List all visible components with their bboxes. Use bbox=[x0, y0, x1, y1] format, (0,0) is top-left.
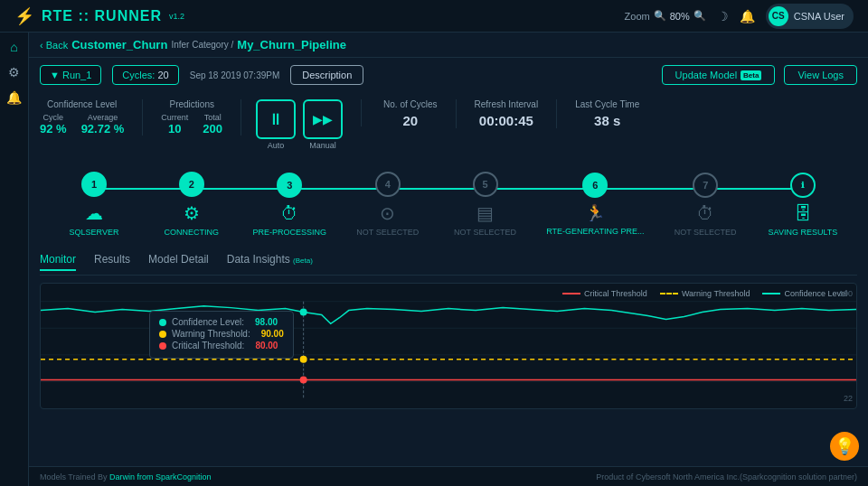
data-insights-beta: (Beta) bbox=[293, 257, 313, 265]
rte-icon: 🏃 bbox=[585, 203, 605, 223]
tooltip-critical-dot bbox=[159, 342, 166, 350]
average-stat: Average 92.72 % bbox=[81, 113, 125, 136]
step-label-4: NOT SELECTED bbox=[356, 228, 419, 237]
step5-icon: ▤ bbox=[476, 202, 494, 224]
top-bar: ⚡ RTE :: RUNNER v1.2 Zoom 🔍 80% 🔍 ☽ 🔔 CS… bbox=[0, 0, 868, 33]
tooltip-confidence-value: 98.00 bbox=[255, 317, 278, 327]
step-circle-4: 4 bbox=[375, 172, 401, 197]
last-cycle-label: Last Cycle Time bbox=[575, 99, 639, 109]
back-button[interactable]: ‹ Back bbox=[40, 40, 68, 51]
step-label-7: NOT SELECTED bbox=[675, 228, 737, 237]
tab-monitor[interactable]: Monitor bbox=[40, 253, 76, 271]
predictions-stats: Current 10 Total 200 bbox=[161, 113, 222, 136]
mode-buttons: ⏸ Auto ▶▶ Manual bbox=[256, 99, 343, 150]
update-model-label: Update Model bbox=[675, 70, 738, 80]
tooltip-confidence-label: Confidence Level: bbox=[172, 317, 244, 327]
sidebar-settings-icon[interactable]: ⚙ bbox=[8, 65, 20, 79]
main-content: ‹ Back Customer_Churn Infer Category / M… bbox=[29, 33, 868, 486]
footer-trained-link[interactable]: Darwin from SparkCognition bbox=[109, 472, 212, 481]
auto-label: Auto bbox=[268, 141, 285, 150]
tooltip-confidence: Confidence Level: 98.00 bbox=[159, 317, 284, 327]
footer-trained-prefix: Models Trained By bbox=[40, 472, 108, 481]
top-bar-left: ⚡ RTE :: RUNNER v1.2 bbox=[14, 6, 184, 26]
run-date: Sep 18 2019 07:39PM bbox=[190, 70, 280, 80]
description-button[interactable]: Description bbox=[290, 65, 363, 85]
total-value: 200 bbox=[203, 122, 222, 136]
step-circle-8: ℹ bbox=[790, 173, 816, 198]
step-circle-6: 6 bbox=[582, 173, 608, 198]
pause-button[interactable]: ⏸ bbox=[256, 99, 296, 139]
floating-bulb-button[interactable]: 💡 bbox=[830, 432, 859, 461]
tooltip-critical-value: 80.00 bbox=[255, 341, 278, 350]
update-model-button[interactable]: Update Model Beta bbox=[662, 65, 776, 85]
no-cycles-label: No. of Cycles bbox=[383, 99, 437, 109]
footer-right: Product of Cybersoft North America Inc.(… bbox=[596, 472, 857, 481]
pipeline-step-1: 1 ☁ SQLSERVER bbox=[58, 172, 130, 237]
tooltip-warning-dot bbox=[159, 331, 166, 338]
manual-label: Manual bbox=[309, 141, 336, 150]
theme-icon[interactable]: ☽ bbox=[717, 9, 729, 23]
total-stat: Total 200 bbox=[203, 113, 222, 136]
step-circle-3: 3 bbox=[277, 173, 302, 198]
tooltip-warning-label: Warning Threshold: bbox=[172, 329, 250, 339]
sidebar-alert-icon[interactable]: 🔔 bbox=[6, 90, 22, 105]
view-logs-button[interactable]: View Logs bbox=[784, 65, 857, 85]
step-label-5: NOT SELECTED bbox=[454, 228, 516, 237]
footer-left: Models Trained By Darwin from SparkCogni… bbox=[40, 472, 212, 481]
tab-data-insights[interactable]: Data Insights (Beta) bbox=[227, 253, 313, 271]
tooltip-warning: Warning Threshold: 90.00 bbox=[159, 329, 284, 339]
cycle-stat: Cycle 92 % bbox=[40, 113, 67, 136]
no-cycles-value: 20 bbox=[383, 113, 437, 128]
sqlserver-icon: ☁ bbox=[85, 202, 103, 224]
confidence-level-group: Confidence Level Cycle 92 % Average 92.7… bbox=[40, 99, 143, 136]
beta-tag: Beta bbox=[741, 70, 761, 80]
notification-icon[interactable]: 🔔 bbox=[740, 9, 755, 23]
chart-area: Critical Threshold Warning Threshold Con… bbox=[40, 283, 857, 409]
zoom-value: 80% bbox=[670, 11, 690, 22]
breadcrumb-infer: Infer Category / bbox=[171, 40, 233, 50]
run-bar-right: Update Model Beta View Logs bbox=[662, 65, 857, 85]
tab-results[interactable]: Results bbox=[94, 253, 130, 271]
sidebar-home-icon[interactable]: ⌂ bbox=[10, 40, 17, 54]
svg-point-7 bbox=[300, 309, 307, 316]
zoom-label: Zoom bbox=[625, 11, 650, 22]
zoom-minus-icon[interactable]: 🔍 bbox=[654, 10, 666, 22]
pipeline: 1 ☁ SQLSERVER 2 ⚙ CONNECTING 3 ⏱ PRE-PRO… bbox=[40, 164, 857, 244]
manual-button[interactable]: ▶▶ bbox=[303, 99, 343, 139]
avatar: CS bbox=[769, 6, 788, 26]
zoom-plus-icon[interactable]: 🔍 bbox=[693, 10, 706, 22]
breadcrumb-project: Customer_Churn bbox=[71, 38, 167, 51]
refresh-group: Refresh Interval 00:00:45 bbox=[457, 99, 558, 128]
cycles-label: Cycles: bbox=[122, 70, 155, 80]
sidebar: ⌂ ⚙ 🔔 bbox=[0, 33, 29, 486]
run-label: ▼ Run_1 bbox=[50, 70, 91, 80]
confidence-level-title: Confidence Level bbox=[40, 99, 124, 109]
user-badge[interactable]: CS CSNA User bbox=[766, 4, 854, 29]
saving-icon: 🗄 bbox=[794, 203, 812, 224]
current-value: 10 bbox=[161, 122, 188, 136]
pipeline-step-3: 3 ⏱ PRE-PROCESSING bbox=[253, 173, 327, 237]
predictions-group: Predictions Current 10 Total 200 bbox=[143, 99, 241, 136]
pipeline-step-5: 5 ▤ NOT SELECTED bbox=[449, 172, 522, 237]
last-cycle-value: 38 s bbox=[575, 113, 639, 128]
step-label-6: RTE-GENERATING PRE... bbox=[546, 227, 644, 236]
last-cycle-group: Last Cycle Time 38 s bbox=[557, 99, 657, 128]
app-title: RTE :: RUNNER bbox=[42, 8, 162, 24]
refresh-label: Refresh Interval bbox=[475, 99, 539, 109]
tooltip-warning-value: 90.00 bbox=[261, 329, 284, 339]
average-value: 92.72 % bbox=[81, 122, 125, 136]
logo-icon: ⚡ bbox=[14, 6, 34, 26]
preprocessing-icon: ⏱ bbox=[280, 203, 298, 224]
run-selector[interactable]: ▼ Run_1 bbox=[40, 65, 101, 85]
step-circle-1: 1 bbox=[81, 172, 107, 197]
app-version: v1.2 bbox=[169, 12, 184, 21]
breadcrumb-pipeline: My_Churn_Pipeline bbox=[237, 38, 346, 51]
username: CSNA User bbox=[794, 11, 844, 22]
separator bbox=[361, 99, 362, 126]
pipeline-step-8: ℹ 🗄 SAVING RESULTS bbox=[767, 173, 839, 237]
tab-model-detail[interactable]: Model Detail bbox=[148, 253, 209, 271]
zoom-control: Zoom 🔍 80% 🔍 bbox=[625, 10, 706, 22]
step-label-3: PRE-PROCESSING bbox=[253, 228, 327, 237]
pause-mode: ⏸ Auto bbox=[256, 99, 296, 150]
svg-point-9 bbox=[300, 377, 307, 384]
